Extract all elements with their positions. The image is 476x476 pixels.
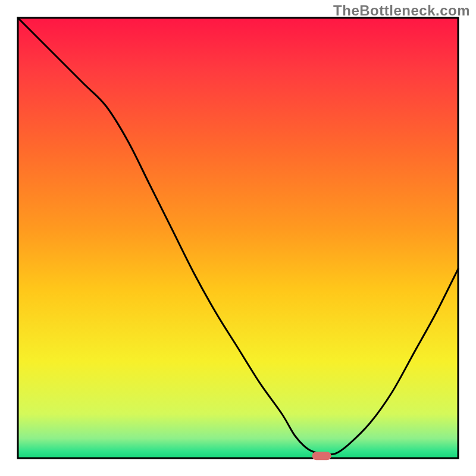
watermark-text: TheBottleneck.com [333,2,470,19]
chart-container: TheBottleneck.com [0,0,476,476]
optimal-point-marker [312,452,331,460]
bottleneck-chart [0,0,476,476]
